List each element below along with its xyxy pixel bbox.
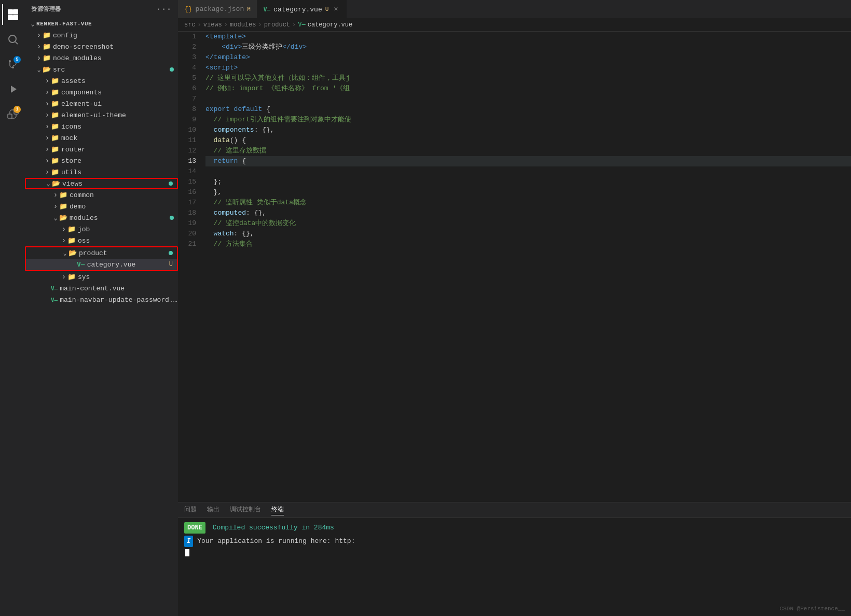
demo-screenshot-label: demo-screenshot <box>53 43 178 51</box>
tab-package-json-modified: M <box>247 6 251 12</box>
panel-content: DONE Compiled successfully in 284ms I Yo… <box>178 518 851 616</box>
product-container: 📂 product V̶ category.vue U <box>25 246 178 271</box>
code-editor[interactable]: 1 2 3 4 5 6 7 8 9 10 11 12 13 14 15 16 1… <box>178 32 851 502</box>
tree-item-mock[interactable]: 📁 mock <box>25 132 178 144</box>
code-l9-comment: // import引入的组件需要注到对象中才能使 <box>205 115 351 125</box>
line-num-4: 4 <box>178 63 196 73</box>
tab-package-json[interactable]: {} package.json M <box>178 0 257 18</box>
element-ui-folder-icon: 📁 <box>51 100 59 108</box>
tab-package-json-icon: {} <box>184 5 193 13</box>
components-chevron <box>44 89 51 96</box>
tree-item-src[interactable]: 📂 src <box>25 64 178 75</box>
search-activity-icon[interactable] <box>2 29 23 50</box>
line-num-14: 14 <box>178 166 196 177</box>
utils-chevron <box>44 169 51 176</box>
source-control-activity-icon[interactable]: 5 <box>2 54 23 75</box>
panel-tab-terminal[interactable]: 终端 <box>271 505 284 515</box>
terminal-cursor <box>185 549 189 556</box>
code-content: 1 2 3 4 5 6 7 8 9 10 11 12 13 14 15 16 1… <box>178 32 851 502</box>
panel-tab-issues[interactable]: 问题 <box>184 505 197 515</box>
app-running-text: Your application is running here: http: <box>197 536 355 547</box>
code-line-16: }, <box>205 187 851 198</box>
element-ui-theme-folder-icon: 📁 <box>51 111 59 119</box>
demo-screenshot-chevron <box>35 43 43 50</box>
tab-package-json-label: package.json <box>196 5 244 13</box>
breadcrumb-category-vue-icon: V̶ <box>298 21 305 29</box>
demo-chevron <box>52 203 59 210</box>
line-num-7: 7 <box>178 94 196 104</box>
code-line-20: watch : {}, <box>205 229 851 239</box>
code-line-18: computed : {}, <box>205 208 851 218</box>
info-badge: I <box>184 536 193 547</box>
line-num-8: 8 <box>178 104 196 115</box>
code-l2-div-open: <div> <box>222 42 242 52</box>
line-num-13: 13 <box>178 156 196 166</box>
category-vue-no-chevron <box>70 261 77 268</box>
router-folder-icon: 📁 <box>51 145 59 153</box>
code-line-15: }; <box>205 177 851 187</box>
tree-item-element-ui[interactable]: 📁 element-ui <box>25 98 178 109</box>
panel: 问题 输出 调试控制台 终端 DONE Compiled successfull… <box>178 502 851 616</box>
code-line-3: </template> <box>205 52 851 63</box>
tree-item-product[interactable]: 📂 product <box>26 247 177 259</box>
main-navbar-vue-icon: V̶ <box>51 297 58 303</box>
line-num-9: 9 <box>178 115 196 125</box>
code-lines: <template> <div> 三级分类维护 </div> </templat… <box>201 32 851 502</box>
element-ui-theme-label: element-ui-theme <box>61 111 178 119</box>
tree-item-root[interactable]: RENREN-FAST-VUE <box>25 18 178 30</box>
code-line-4: <script> <box>205 63 851 73</box>
category-vue-icon: V̶ <box>77 260 85 269</box>
product-folder-icon: 📂 <box>68 249 77 257</box>
panel-tab-debug-console[interactable]: 调试控制台 <box>230 505 261 515</box>
panel-tab-output[interactable]: 输出 <box>207 505 219 515</box>
tree-item-assets[interactable]: 📁 assets <box>25 75 178 87</box>
tree-item-store[interactable]: 📁 store <box>25 155 178 166</box>
tree-item-demo-screenshot[interactable]: 📁 demo-screenshot <box>25 41 178 52</box>
tree-item-node-modules[interactable]: 📁 node_modules <box>25 52 178 64</box>
node-modules-folder-icon: 📁 <box>43 54 51 62</box>
code-l13-return: return <box>205 156 238 166</box>
assets-folder-icon: 📁 <box>51 77 59 85</box>
tree-item-components[interactable]: 📁 components <box>25 87 178 98</box>
mock-label: mock <box>61 134 178 142</box>
tree-item-demo[interactable]: 📁 demo <box>25 201 178 212</box>
sys-label: sys <box>78 273 178 281</box>
tab-category-vue-modified: U <box>325 6 329 12</box>
run-activity-icon[interactable] <box>2 79 23 100</box>
extensions-activity-icon[interactable]: 1 <box>2 104 23 124</box>
tree-item-config[interactable]: 📁 config <box>25 30 178 41</box>
tree-item-sys[interactable]: 📁 sys <box>25 271 178 283</box>
tree-item-job[interactable]: 📁 job <box>25 223 178 235</box>
tree-item-utils[interactable]: 📁 utils <box>25 166 178 178</box>
tree-item-common[interactable]: 📁 common <box>25 189 178 201</box>
code-l2-div-close: </div> <box>282 42 307 52</box>
assets-chevron <box>44 77 51 85</box>
code-l2-text: 三级分类维护 <box>242 42 282 52</box>
views-dot <box>169 181 173 186</box>
tree-item-main-content-vue[interactable]: V̶ main-content.vue <box>25 283 178 294</box>
icons-label: icons <box>61 123 178 131</box>
tree-item-views[interactable]: 📂 views <box>25 178 178 189</box>
router-chevron <box>44 146 51 153</box>
tree-item-router[interactable]: 📁 router <box>25 144 178 155</box>
tab-category-vue[interactable]: V̶ category.vue U × <box>257 0 347 18</box>
tree-item-main-navbar-update-password-vue[interactable]: V̶ main-navbar-update-password.vue <box>25 294 178 305</box>
code-l18-punct: : {}, <box>246 208 266 218</box>
sidebar-more-button[interactable]: ··· <box>156 5 172 14</box>
oss-chevron <box>60 237 67 244</box>
tree-item-element-ui-theme[interactable]: 📁 element-ui-theme <box>25 109 178 121</box>
code-line-13: return { <box>205 156 851 166</box>
tree-item-oss[interactable]: 📁 oss <box>25 235 178 246</box>
tree-item-icons[interactable]: 📁 icons <box>25 121 178 132</box>
breadcrumb-sep2: › <box>224 21 228 29</box>
compiled-success-text: Compiled successfully in 284ms <box>213 523 334 533</box>
store-folder-icon: 📁 <box>51 157 59 165</box>
tree-item-category-vue[interactable]: V̶ category.vue U <box>26 259 177 270</box>
tree-item-modules[interactable]: 📂 modules <box>25 212 178 223</box>
common-chevron <box>52 191 59 199</box>
demo-label: demo <box>70 203 178 211</box>
tab-category-vue-close[interactable]: × <box>332 5 340 13</box>
line-num-20: 20 <box>178 229 196 239</box>
oss-folder-icon: 📁 <box>67 236 76 245</box>
explorer-activity-icon[interactable] <box>2 4 23 25</box>
